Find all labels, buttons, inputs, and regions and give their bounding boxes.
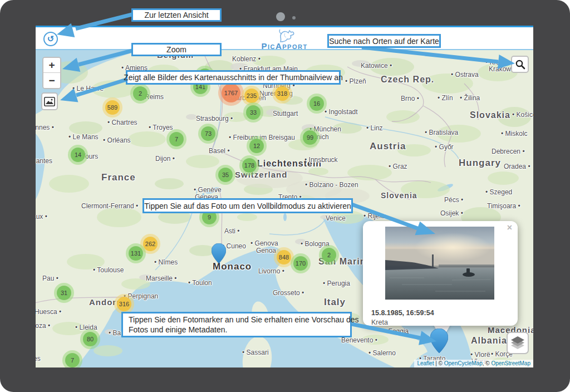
photo-cluster-marker[interactable]: 318 (272, 84, 292, 104)
city-label: • Innsbruck (304, 156, 338, 163)
country-label: Hungary (459, 159, 501, 167)
back-button[interactable]: ↺ (43, 32, 58, 46)
city-dot: • (258, 55, 261, 63)
city-label: • Sassari (242, 349, 269, 356)
city-label: Dijon • (155, 155, 175, 162)
city-label: es (36, 355, 41, 362)
photo-cluster-marker[interactable]: 170 (291, 253, 311, 273)
city-name: Ingolstadt (329, 108, 358, 116)
city-label: Koblenz • (232, 56, 261, 62)
country-label: Slovakia (470, 111, 510, 119)
photo-cluster-marker[interactable]: 35 (215, 165, 235, 185)
search-icon (515, 59, 525, 70)
cluster-count: 16 (309, 96, 324, 111)
city-dot: • (390, 62, 392, 70)
city-label: • Zlín (438, 95, 453, 101)
photo-thumbnail[interactable] (385, 227, 494, 300)
city-name: Salerno (373, 349, 396, 357)
cluster-count: 318 (275, 86, 289, 101)
leaflet-link[interactable]: Leaflet (417, 360, 434, 366)
layers-button[interactable] (507, 332, 529, 354)
city-name: Rennes (36, 124, 50, 131)
city-name: Ostrava (455, 71, 479, 79)
city-label: • Genève (194, 187, 222, 193)
opencyclemap-link[interactable]: OpenCycleMap (444, 360, 483, 366)
city-dot: • (229, 134, 231, 141)
harbor-sunset-photo (385, 227, 494, 300)
zoom-in-button[interactable]: + (43, 58, 60, 73)
city-dot: • (460, 94, 462, 102)
city-dot: • (68, 133, 71, 141)
photo-cluster-marker[interactable]: 80 (80, 329, 100, 349)
photo-marker-pin[interactable] (430, 329, 448, 353)
city-name: Livorno (258, 267, 280, 275)
city-dot: • (188, 279, 190, 287)
cluster-count: 589 (105, 100, 120, 115)
city-name: Pau (42, 275, 54, 282)
city-dot: • (174, 275, 176, 282)
thumbnail-view-button[interactable] (41, 92, 58, 110)
city-label: Genoa (256, 247, 276, 254)
photo-cluster-marker[interactable]: 7 (62, 350, 82, 367)
photo-cluster-marker[interactable]: 7 (166, 129, 186, 149)
city-name: Toulon (192, 279, 212, 287)
city-dot: • (154, 258, 156, 266)
cluster-count: 178 (242, 158, 257, 173)
city-dot: • (237, 227, 239, 235)
cluster-count: 35 (218, 168, 233, 182)
city-dot: • (136, 202, 138, 210)
photo-cluster-marker[interactable]: 16 (307, 94, 327, 114)
city-dot: • (56, 275, 58, 282)
city-name: Troyes (153, 124, 173, 131)
search-button[interactable] (511, 56, 529, 73)
city-dot: • (72, 85, 75, 92)
callout-text: Zoom (166, 45, 186, 54)
callout-last-view: Zur letzten Ansicht (131, 8, 222, 22)
photo-cluster-marker[interactable]: 12 (247, 136, 267, 156)
city-label: • Ingolstadt (325, 109, 358, 115)
city-dot: • (491, 350, 493, 358)
city-dot: • (230, 115, 233, 122)
city-dot: • (107, 119, 110, 126)
city-label: • Le Mans (68, 134, 99, 140)
city-dot: • (242, 349, 244, 356)
photo-cluster-marker[interactable]: 14 (68, 145, 88, 165)
city-name: Oradea (504, 163, 526, 170)
photo-cluster-marker[interactable]: 73 (198, 124, 218, 144)
photo-cluster-marker[interactable]: 31 (54, 283, 74, 303)
city-dot: • (282, 267, 284, 275)
city-name: Venice (326, 214, 346, 222)
callout-fullscreen: Tippen Sie auf das Foto um den Vollbildm… (142, 198, 353, 213)
city-name: Timişoara (487, 202, 516, 210)
city-dot: • (52, 124, 54, 131)
city-name: Osijek (440, 209, 459, 217)
photo-cluster-marker[interactable]: 131 (126, 243, 146, 263)
city-dot: • (375, 336, 377, 344)
photo-cluster-marker[interactable]: 178 (239, 155, 259, 175)
photo-cluster-marker[interactable]: 589 (102, 97, 122, 117)
openstreetmap-link[interactable]: OpenStreetMap (491, 360, 530, 366)
close-icon[interactable]: × (507, 223, 512, 232)
city-label: Bordeaux • (36, 213, 47, 220)
callout-text: Zur letzten Ansicht (144, 11, 208, 19)
city-label: • Toulon (188, 280, 212, 286)
city-label: Stuttgart (273, 110, 298, 117)
photo-cluster-marker[interactable]: 2 (130, 84, 150, 104)
city-name: Le Havre (77, 85, 104, 92)
photo-marker-pin[interactable] (212, 243, 226, 263)
city-label: • Foggia (384, 328, 409, 335)
callout-text: Zeigt alle Bilder des Kartenausschnitts … (124, 73, 343, 82)
photo-cluster-marker[interactable]: 99 (300, 128, 320, 148)
zoom-out-button[interactable]: − (43, 73, 60, 88)
callout-text: Tippen Sie auf das Foto um den Vollbildm… (144, 202, 351, 210)
photo-cluster-marker[interactable]: 33 (243, 102, 263, 122)
city-name: Győr (439, 143, 454, 151)
photo-cluster-marker[interactable]: 316 (114, 294, 134, 314)
city-name: Linz (371, 124, 383, 132)
city-name: Benevento (341, 336, 373, 344)
attribution-separator2: , © (483, 360, 492, 366)
city-label: Huesca • (36, 308, 61, 315)
city-dot: • (522, 148, 524, 155)
photo-cluster-marker[interactable]: 2 (319, 245, 339, 265)
city-label: Brno • (401, 95, 419, 102)
